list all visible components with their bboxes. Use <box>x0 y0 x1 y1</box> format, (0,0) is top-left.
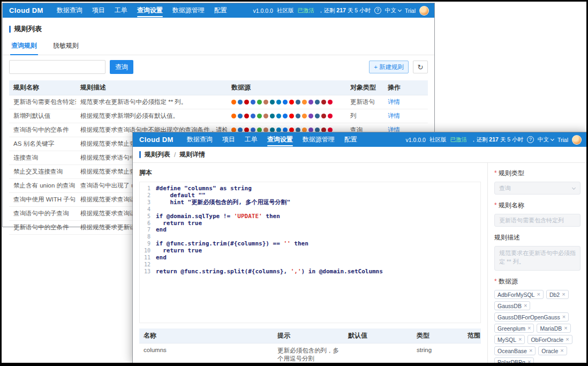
nav-data-query[interactable]: 数据查询 <box>182 132 217 147</box>
rule-row: 更新语句需要包含特定列规范要求在更新语句中必须指定 ** 列。更新语句详情 <box>9 95 428 109</box>
tag-close-icon[interactable]: × <box>524 303 527 309</box>
tag-close-icon[interactable]: × <box>537 292 540 297</box>
app-logo: Cloud DM <box>139 136 174 144</box>
datasource-tag[interactable]: Greenplum× <box>494 324 534 333</box>
tab-masking-rules[interactable]: 脱敏规则 <box>52 38 80 55</box>
rule-desc-cell: 规范要求在更新语句中必须指定 ** 列。 <box>76 95 227 109</box>
tab-query-rules[interactable]: 查询规则 <box>10 38 38 55</box>
search-button[interactable]: 查询 <box>110 60 133 74</box>
rule-datasource-cell <box>227 109 346 123</box>
datasource-tag-label: AdbForMySQL <box>497 292 534 298</box>
new-rule-button[interactable]: +新建规则 <box>369 61 409 73</box>
params-table-header-row: 名称 提示 默认值 类型 范围 <box>139 328 481 343</box>
polardbx-icon <box>308 114 313 118</box>
datasource-tag[interactable]: GaussDBForOpenGauss× <box>494 312 569 322</box>
datasource-tag[interactable]: MariaDB× <box>537 324 570 333</box>
adbformysql-icon <box>231 114 236 118</box>
datasource-tag[interactable]: PolarDBPg× <box>494 357 534 363</box>
title-accent-bar <box>9 26 11 33</box>
nav-ticket[interactable]: 工单 <box>240 132 262 147</box>
param-name-cell: columns <box>139 343 273 364</box>
rule-form-sidebar: 规则类型 查询 规则名称 更新语句需要包含特定列 规则描述 规范要求在更新语句中… <box>488 163 587 363</box>
avatar[interactable] <box>572 135 582 145</box>
line-number: 1 <box>140 185 156 192</box>
rule-name-input[interactable]: 更新语句需要包含特定列 <box>494 214 581 227</box>
nav-config[interactable]: 配置 <box>209 3 232 18</box>
rule-search-input[interactable] <box>9 60 105 74</box>
polardbpg-icon <box>296 114 300 118</box>
rule-name-cell: 查询中使用 WITH 子句 <box>9 193 76 207</box>
line-number: 9 <box>140 241 156 248</box>
help-icon[interactable]: ? <box>527 136 534 143</box>
language-switcher[interactable]: 中文 <box>385 7 401 14</box>
rule-type-select[interactable]: 查询 <box>494 182 581 195</box>
oracle-icon <box>289 100 294 104</box>
nav-query-settings[interactable]: 查询设置 <box>132 3 168 18</box>
line-number: 10 <box>140 248 156 255</box>
help-icon[interactable]: ? <box>374 7 381 14</box>
rule-name-cell: 更新语句中的空条件 <box>9 221 76 235</box>
rule-desc-textarea[interactable]: 规范要求在更新语句中必须指定 ** 列。 <box>494 246 581 271</box>
nav-config[interactable]: 配置 <box>340 132 362 147</box>
oceanbase-icon <box>283 100 288 104</box>
column-header-desc: 规则描述 <box>76 80 227 95</box>
tag-close-icon[interactable]: × <box>560 348 563 354</box>
datasource-tag-label: PolarDBPg <box>497 359 525 364</box>
datasource-tag[interactable]: Oracle× <box>538 346 567 355</box>
column-header-param-default: 默认值 <box>344 328 412 343</box>
nav-project[interactable]: 项目 <box>217 132 240 147</box>
nav-ticket[interactable]: 工单 <box>110 3 132 18</box>
nav-query-settings[interactable]: 查询设置 <box>262 132 298 147</box>
tag-close-icon[interactable]: × <box>518 337 522 342</box>
nav-datasource-admin[interactable]: 数据源管理 <box>168 3 209 18</box>
mariadb-icon <box>263 114 268 118</box>
datasource-tag-label: GaussDBForOpenGauss <box>497 314 560 320</box>
gaussdb-icon <box>244 100 249 104</box>
tag-close-icon[interactable]: × <box>566 337 569 342</box>
datasource-tag[interactable]: OceanBase× <box>494 346 536 355</box>
params-table: 名称 提示 默认值 类型 范围 columns更新必须包含的列，多个用逗号分割s… <box>139 328 481 363</box>
datasource-tag[interactable]: ObForOracle× <box>527 335 572 344</box>
datasource-tag-label: Greenplum <box>497 325 525 332</box>
tag-close-icon[interactable]: × <box>562 314 566 320</box>
top-navbar: Cloud DM 数据查询项目工单查询设置数据源管理配置 v1.0.0.0 社区… <box>133 132 587 147</box>
tag-close-icon[interactable]: × <box>527 359 531 363</box>
trial-label: Trial <box>405 8 416 14</box>
avatar[interactable] <box>419 6 429 16</box>
edition-label: 社区版 <box>277 7 294 14</box>
rule-name-cell: 查询语句中的空条件 <box>9 123 76 137</box>
param-default-cell <box>344 343 412 364</box>
refresh-button[interactable]: ↻ <box>413 61 428 73</box>
datasource-tag[interactable]: AdbForMySQL× <box>494 290 544 299</box>
rule-desc-value: 规范要求在更新语句中必须指定 ** 列。 <box>499 249 576 266</box>
nav-datasource-admin[interactable]: 数据源管理 <box>298 132 340 147</box>
datasource-tag[interactable]: Db2× <box>546 290 569 299</box>
tag-close-icon[interactable]: × <box>529 348 532 354</box>
param-row: columns更新必须包含的列，多个用逗号分割string <box>139 343 481 364</box>
script-code-editor[interactable]: 1#define "columns" as string2 default ""… <box>139 182 481 323</box>
line-number: 7 <box>140 227 156 234</box>
tag-close-icon[interactable]: × <box>564 325 567 331</box>
activation-status: 已激活 <box>297 7 314 14</box>
tag-close-icon[interactable]: × <box>527 325 531 331</box>
tag-close-icon[interactable]: × <box>562 292 565 297</box>
language-switcher[interactable]: 中文 <box>538 136 554 144</box>
rule-objtype-cell: 更新语句 <box>346 95 383 109</box>
rule-desc-label: 规则描述 <box>494 233 581 242</box>
gaussdbforopengauss-icon <box>251 114 255 118</box>
navbar-right: v1.0.0.0 社区版 已激活 ，还剩 217 天 5 小时 ? 中文 Tri… <box>406 135 582 145</box>
nav-project[interactable]: 项目 <box>87 3 110 18</box>
datasource-tag-label: OceanBase <box>497 348 527 354</box>
rules-table-header-row: 规则名称 规则描述 数据源 对象类型 操作 <box>9 80 428 95</box>
breadcrumb-rules-list[interactable]: 规则列表 <box>145 150 170 159</box>
nav-data-query[interactable]: 数据查询 <box>52 3 87 18</box>
edition-label: 社区版 <box>429 136 447 144</box>
rule-row: 新增列默认值根据规范要求新增列必须有默认值。列详情 <box>9 109 428 123</box>
code-line: 11end <box>140 255 480 262</box>
datasource-tag-label: MySQL <box>497 337 516 343</box>
detail-link[interactable]: 详情 <box>388 113 400 119</box>
param-type-cell: string <box>412 343 463 364</box>
datasource-tag[interactable]: GaussDB× <box>494 301 530 310</box>
detail-link[interactable]: 详情 <box>388 99 400 105</box>
datasource-tag[interactable]: MySQL× <box>494 335 525 344</box>
